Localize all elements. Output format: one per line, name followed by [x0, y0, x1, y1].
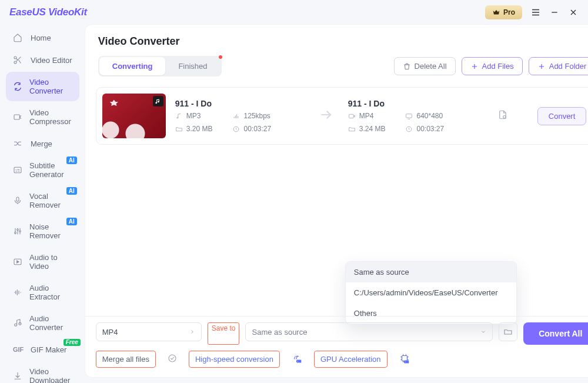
svg-rect-4 [16, 197, 19, 201]
sidebar-item-audio-to-video[interactable]: Audio to Video [6, 247, 79, 277]
add-folder-button[interactable]: Add Folder [529, 57, 588, 75]
merge-icon [13, 139, 24, 148]
close-button[interactable] [568, 7, 579, 18]
music-note-icon [13, 318, 22, 328]
sidebar-item-audio-converter[interactable]: Audio Converter [6, 308, 79, 338]
play-box-icon [13, 257, 22, 267]
svg-point-18 [169, 355, 176, 362]
sidebar-item-label: Video Editor [31, 56, 72, 65]
sidebar-item-label: Merge [31, 139, 52, 148]
sidebar-item-home[interactable]: Home [6, 27, 79, 48]
output-format-select[interactable]: MP4 [96, 322, 202, 341]
high-speed-label: High-speed conversion [195, 355, 273, 364]
titlebar: EaseUS VideoKit Pro [0, 0, 588, 25]
clock-icon [232, 125, 240, 133]
file-row: 911 - I Do MP3 3.20 MB 125kbps 00:03:27 [96, 87, 588, 145]
src-size: 3.20 MB [186, 125, 213, 133]
dst-format: MP4 [359, 112, 374, 120]
dropdown-item-path[interactable]: C:/Users/admin/Videos/EaseUS/Converter [346, 282, 516, 303]
close-icon [569, 8, 578, 17]
sidebar-item-gif-maker[interactable]: GIF GIF Maker Free [6, 339, 79, 360]
sidebar-item-audio-extractor[interactable]: Audio Extractor [6, 278, 79, 307]
dst-duration: 00:03:27 [416, 125, 444, 133]
folder-icon [175, 125, 183, 133]
crown-icon [492, 8, 500, 16]
thumbnail[interactable] [102, 94, 166, 138]
svg-text:ON: ON [296, 359, 301, 362]
ai-badge: AI [66, 218, 77, 225]
save-to-value: Same as source [252, 328, 307, 337]
gpu-acceleration-toggle[interactable]: GPU Acceleration [314, 351, 387, 368]
save-to-label: Save to [208, 322, 240, 345]
sidebar: Home Video Editor Video Converter Video … [0, 25, 85, 383]
src-format: MP3 [186, 112, 201, 120]
audio-badge-icon [153, 96, 163, 106]
check-circle-icon [163, 354, 182, 365]
plus-icon [470, 62, 479, 71]
merge-all-files-label: Merge all files [102, 355, 149, 364]
sidebar-item-noise-remover[interactable]: Noise Remover AI [6, 217, 79, 246]
svg-point-5 [15, 232, 16, 234]
subtitle-icon [13, 165, 22, 175]
footer: MP4 Save to Same as source Convert All M… [85, 316, 588, 377]
sidebar-item-label: Vocal Remover [29, 192, 72, 209]
home-icon [13, 33, 24, 42]
svg-point-7 [19, 231, 21, 232]
pro-label: Pro [503, 8, 515, 16]
add-files-button[interactable]: Add Files [462, 57, 523, 75]
open-folder-button[interactable] [499, 322, 517, 341]
delete-all-button[interactable]: Delete All [394, 57, 456, 75]
menu-button[interactable] [530, 7, 541, 18]
sidebar-item-subtitle-generator[interactable]: Subtitle Generator AI [6, 155, 79, 185]
output-settings-button[interactable] [487, 109, 519, 122]
dropdown-item-same-as-source[interactable]: Same as source [346, 262, 516, 282]
gpu-acceleration-label: GPU Acceleration [320, 355, 381, 364]
sidebar-item-video-downloader[interactable]: Video Downloader [6, 361, 79, 383]
convert-all-button[interactable]: Convert All [523, 322, 588, 345]
tab-converting[interactable]: Converting [99, 57, 166, 75]
chevron-down-icon [480, 329, 486, 335]
dest-info: 911 - I Do MP4 3.24 MB 640*480 00:03:27 [348, 99, 477, 133]
source-info: 911 - I Do MP3 3.20 MB 125kbps 00:03:27 [175, 99, 305, 133]
app-brand: EaseUS VideoKit [9, 6, 87, 18]
ai-badge: AI [66, 187, 77, 195]
sidebar-item-label: Video Compressor [29, 108, 72, 126]
scissors-icon [13, 55, 24, 65]
add-folder-label: Add Folder [549, 62, 587, 71]
dst-size: 3.24 MB [359, 125, 386, 133]
add-files-label: Add Files [482, 62, 514, 71]
delete-all-label: Delete All [415, 62, 447, 71]
ai-badge: AI [66, 156, 77, 164]
sidebar-item-merge[interactable]: Merge [6, 133, 79, 154]
convert-button[interactable]: Convert [537, 107, 587, 125]
chevron-right-icon [189, 329, 195, 335]
speed-on-icon: ON [287, 353, 307, 366]
video-icon [348, 112, 356, 120]
plus-icon [537, 62, 546, 71]
sliders-icon [13, 227, 22, 236]
minimize-button[interactable] [549, 7, 560, 18]
svg-rect-15 [406, 114, 412, 118]
save-to-select[interactable]: Same as source [245, 322, 493, 341]
svg-text:ON: ON [404, 359, 409, 363]
music-note-icon [175, 112, 183, 120]
merge-all-files-toggle[interactable]: Merge all files [96, 351, 156, 368]
svg-point-17 [503, 116, 506, 119]
pro-button[interactable]: Pro [485, 5, 522, 19]
content-panel: Video Converter Converting Finished Dele… [85, 25, 588, 377]
free-badge: Free [64, 339, 81, 346]
sidebar-item-video-compressor[interactable]: Video Compressor [6, 102, 79, 132]
monitor-icon [405, 112, 413, 120]
sidebar-item-vocal-remover[interactable]: Vocal Remover AI [6, 186, 79, 215]
toolbar: Converting Finished Delete All Add Files [85, 52, 588, 84]
sidebar-item-label: Home [31, 34, 51, 42]
tab-finished[interactable]: Finished [165, 57, 220, 75]
sidebar-item-label: Audio Converter [29, 314, 72, 332]
dst-resolution: 640*480 [416, 112, 443, 120]
tabbar: Converting Finished [98, 56, 222, 76]
sidebar-item-video-editor[interactable]: Video Editor [6, 49, 79, 71]
high-speed-toggle[interactable]: High-speed conversion [189, 351, 280, 368]
sidebar-item-label: Audio to Video [29, 253, 72, 271]
sidebar-item-video-converter[interactable]: Video Converter [6, 72, 79, 101]
sidebar-item-label: Video Converter [29, 78, 72, 95]
